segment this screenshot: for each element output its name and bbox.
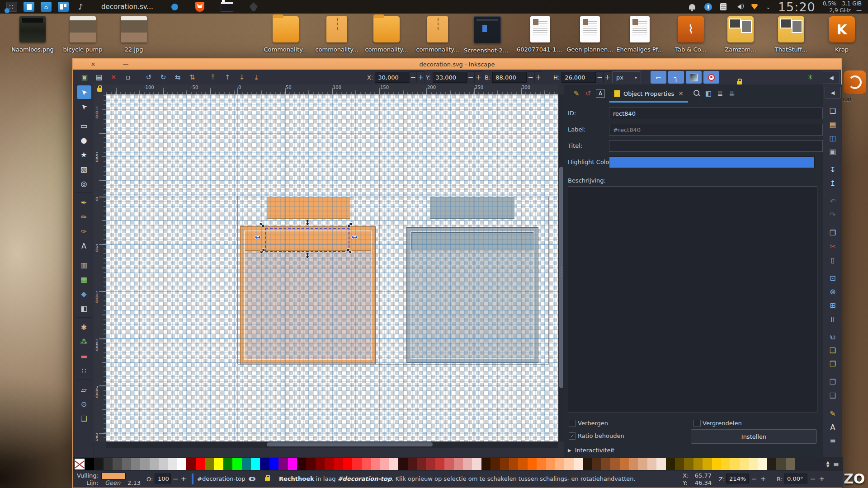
ruler-lock-corner[interactable] — [94, 84, 106, 95]
color-swatch[interactable] — [251, 458, 260, 470]
palette-scroll-down-icon[interactable]: ▼ — [826, 464, 830, 468]
dropper-tool[interactable]: ◆ — [77, 287, 91, 300]
color-swatch[interactable] — [675, 458, 684, 470]
color-swatch[interactable] — [297, 458, 306, 470]
clock[interactable]: 15:20 — [778, 0, 816, 14]
eraser-tool[interactable]: ▬ — [77, 349, 91, 363]
color-swatch[interactable] — [232, 458, 241, 470]
ellipse-tool[interactable]: ● — [77, 133, 91, 147]
ungroup-icon[interactable]: ❑ — [827, 389, 839, 401]
selector-tool[interactable]: ➤ — [77, 85, 91, 99]
color-swatch[interactable] — [242, 458, 251, 470]
color-swatch[interactable] — [528, 458, 537, 470]
inkscape-desktop-icon[interactable] — [844, 70, 866, 94]
color-swatch[interactable] — [343, 458, 352, 470]
desktop-icon[interactable]: Zamzam... — [717, 16, 764, 53]
system-monitor[interactable]: 0,5%3,1 GiB 2,9 GHz— — [823, 0, 862, 14]
group-icon[interactable]: ❐ — [827, 376, 839, 388]
open-document-icon[interactable]: ▤ — [827, 118, 839, 130]
color-swatch[interactable] — [223, 458, 232, 470]
color-swatch[interactable] — [481, 458, 491, 470]
dock-splitter-handle[interactable] — [560, 258, 563, 285]
desktop-icon[interactable]: 22.jpg — [110, 16, 157, 53]
raise-icon[interactable]: ↑ — [222, 72, 233, 83]
orange-decoration-rect[interactable] — [267, 197, 350, 219]
calligraphy-tool[interactable]: ✑ — [77, 225, 91, 238]
scale-corners-toggle[interactable]: ╮ — [668, 71, 684, 84]
color-swatch[interactable] — [620, 458, 629, 470]
zoom-increment-button[interactable]: + — [760, 474, 767, 484]
notifications-icon[interactable] — [689, 4, 695, 9]
volume-icon[interactable] — [735, 4, 741, 9]
lower-bottom-icon[interactable]: ⤓ — [250, 72, 262, 83]
color-swatch[interactable] — [564, 458, 573, 470]
scale-stroke-toggle[interactable]: ⌐ — [651, 71, 666, 84]
connector-tool[interactable]: ∷ — [77, 364, 91, 377]
window-preview-icon[interactable] — [221, 2, 233, 12]
color-swatch[interactable] — [150, 458, 159, 470]
color-swatch[interactable] — [610, 458, 619, 470]
color-swatch[interactable] — [537, 458, 546, 470]
fill-stroke-icon[interactable]: ✎ — [827, 408, 839, 419]
gray-titlebar-rect[interactable] — [411, 232, 533, 250]
color-swatch[interactable] — [426, 458, 435, 470]
tab-object-properties[interactable]: Object Properties ✕ — [609, 84, 688, 103]
spray-tool[interactable]: ⁂ — [77, 335, 91, 348]
color-swatch[interactable] — [518, 458, 527, 470]
tray-expander-icon[interactable]: ⌄ — [766, 4, 771, 10]
color-swatch[interactable] — [583, 458, 592, 470]
y-increment-button[interactable]: + — [475, 71, 482, 83]
layers-tab-icon[interactable]: ≣ — [714, 89, 726, 98]
rotation-decrement-button[interactable]: − — [809, 474, 816, 484]
rotate-ccw-icon[interactable]: ↺ — [143, 72, 155, 83]
print-icon[interactable]: ▣ — [827, 145, 839, 157]
current-layer-name[interactable]: #decoration-top — [197, 475, 245, 482]
desktop-icon[interactable]: Geen plannen... — [566, 16, 613, 53]
height-increment-button[interactable]: + — [604, 71, 611, 83]
color-swatch[interactable] — [196, 458, 205, 470]
horizontal-scrollbar-thumb[interactable] — [267, 442, 433, 446]
dashboard-icon[interactable] — [58, 2, 69, 12]
desktop-icon[interactable]: bicycle pump — [59, 16, 106, 53]
box3d-tool[interactable]: ▧ — [77, 162, 91, 176]
color-swatch[interactable] — [140, 458, 149, 470]
color-swatch[interactable] — [205, 458, 214, 470]
scale-pattern-toggle[interactable] — [703, 71, 719, 84]
x-input[interactable] — [375, 72, 409, 83]
color-swatch[interactable] — [288, 458, 297, 470]
color-swatch[interactable] — [500, 458, 509, 470]
color-swatch[interactable] — [758, 458, 767, 470]
zoom-drawing-icon[interactable]: ⊚ — [827, 286, 839, 297]
desktop-icon[interactable]: 602077041-14... — [517, 16, 564, 53]
title-input[interactable] — [609, 140, 823, 152]
undo-history-tab-icon[interactable]: ↺ — [582, 89, 594, 98]
color-swatch[interactable] — [113, 458, 122, 470]
color-swatch[interactable] — [666, 458, 675, 470]
zoom-input[interactable]: 214% — [726, 474, 749, 483]
color-swatch[interactable] — [730, 458, 739, 470]
color-swatch[interactable] — [712, 458, 721, 470]
music-note-icon[interactable]: ♪ — [75, 2, 86, 12]
color-swatch[interactable] — [749, 458, 758, 470]
copy-icon[interactable]: ❐ — [827, 227, 839, 239]
brave-browser-icon[interactable] — [195, 2, 204, 12]
color-swatch[interactable] — [278, 458, 288, 470]
file-search-icon[interactable] — [24, 2, 34, 12]
y-input[interactable] — [433, 72, 467, 83]
window-titlebar[interactable]: ✕ — decoration.svg - Inkscape — [73, 59, 841, 70]
color-swatch[interactable] — [555, 458, 564, 470]
color-swatch[interactable] — [159, 458, 168, 470]
text-tool[interactable]: A — [77, 239, 91, 253]
text-tab-icon[interactable]: A — [596, 89, 605, 98]
color-swatch[interactable] — [104, 458, 113, 470]
color-swatch[interactable] — [656, 458, 665, 470]
color-swatch[interactable] — [574, 458, 583, 470]
canvas[interactable]: ↔ ↕ ↔ ↔ ↔ ↔ ↕ ↔ — [106, 94, 558, 441]
gradient-tool[interactable]: ▥ — [77, 258, 91, 272]
scale-gradient-toggle[interactable] — [686, 71, 702, 84]
color-swatch[interactable] — [131, 458, 140, 470]
zoom-tool[interactable]: ⊙ — [77, 397, 91, 411]
ratio-checkbox[interactable]: ✓ — [569, 432, 576, 440]
set-button[interactable]: Instellen — [691, 429, 817, 444]
scale-handle-n[interactable]: ↕ — [303, 218, 311, 226]
